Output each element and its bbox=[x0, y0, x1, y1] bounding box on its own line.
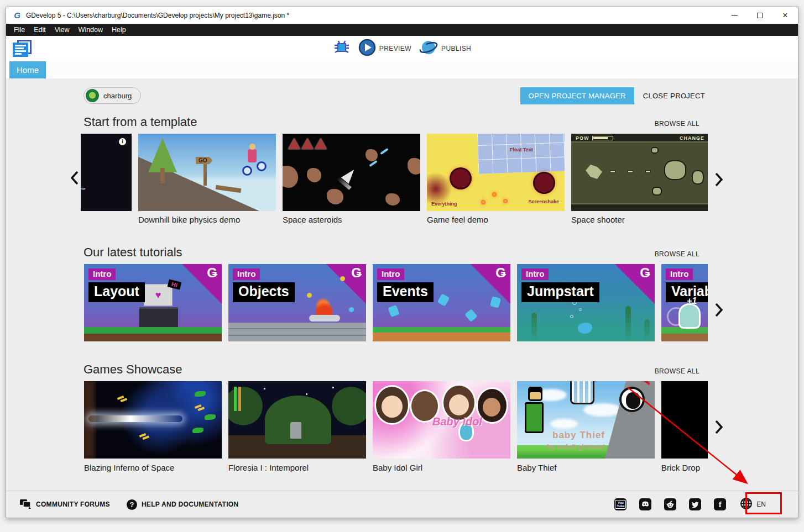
chibi-face bbox=[449, 394, 469, 415]
help-documentation-button[interactable]: ? HELP AND DOCUMENTATION bbox=[126, 497, 240, 512]
templates-captions: Downhill bike physics demo Space asteroi… bbox=[81, 215, 709, 227]
tab-home[interactable]: Home bbox=[9, 61, 46, 78]
bullet bbox=[645, 170, 651, 173]
showcase-card-blazing-inferno[interactable] bbox=[84, 381, 222, 459]
footer-right: YouTube bbox=[614, 496, 767, 513]
showcase-card-brick-drop[interactable] bbox=[661, 381, 708, 459]
home-tab-label: Home bbox=[17, 65, 39, 75]
enemy-fish bbox=[195, 391, 206, 397]
health-bar bbox=[234, 387, 237, 411]
community-forums-button[interactable]: COMMUNITY FORUMS bbox=[18, 497, 111, 513]
templates-browse-all[interactable]: BROWSE ALL bbox=[654, 118, 701, 130]
community-forums-label: COMMUNITY FORUMS bbox=[36, 501, 110, 508]
tutorials-strip: Ǥ Intro Layout ♥ Hi Ǥ Intro Objects bbox=[81, 264, 708, 341]
menu-help[interactable]: Help bbox=[107, 26, 130, 34]
app-window: G GDevelop 5 - C:\Users\charburg\Documen… bbox=[6, 7, 798, 518]
caption-baby-idol-girl[interactable]: Baby Idol Girl bbox=[373, 463, 510, 475]
template-card-downhill-bike[interactable]: GO bbox=[138, 134, 276, 211]
templates-next-arrow[interactable] bbox=[713, 171, 725, 188]
splatter bbox=[427, 172, 452, 206]
user-chip[interactable]: charburg bbox=[83, 87, 141, 104]
publish-button[interactable]: PUBLISH bbox=[419, 39, 471, 59]
star bbox=[332, 387, 334, 388]
template-card-particle-effects[interactable]: i Show Frame ▷✦▢ bbox=[81, 134, 132, 211]
tutorial-card-variables[interactable]: Ǥ Intro Variab +1 bbox=[661, 264, 708, 341]
menu-edit[interactable]: Edit bbox=[29, 26, 50, 34]
language-button[interactable]: EN bbox=[739, 496, 767, 513]
showcase-card-floresia[interactable] bbox=[228, 381, 366, 459]
menu-file[interactable]: File bbox=[9, 26, 29, 34]
main-toolbar: PREVIEW PUBLISH bbox=[6, 36, 798, 61]
close-button[interactable]: × bbox=[772, 7, 798, 24]
title-bar: G GDevelop 5 - C:\Users\charburg\Documen… bbox=[6, 7, 798, 24]
caption-downhill-bike[interactable]: Downhill bike physics demo bbox=[138, 215, 276, 227]
projectile bbox=[139, 433, 147, 438]
user-avatar bbox=[86, 89, 99, 102]
showcase-browse-all[interactable]: BROWSE ALL bbox=[654, 365, 701, 377]
discord-icon[interactable] bbox=[639, 498, 651, 510]
minimize-button[interactable] bbox=[722, 7, 747, 24]
gdevelop-corner-logo-icon: Ǥ bbox=[351, 265, 362, 281]
caption-spacer bbox=[6, 215, 132, 227]
tutorial-card-jumpstart[interactable]: Ǥ Intro Jumpstart bbox=[517, 264, 655, 341]
showcase-card-baby-thief[interactable]: baby Thief by mahdi ghasemi bbox=[517, 381, 655, 459]
twitter-icon[interactable] bbox=[689, 498, 701, 510]
bubble bbox=[570, 315, 573, 318]
showcase-next-arrow[interactable] bbox=[713, 419, 725, 435]
reddit-icon[interactable] bbox=[664, 498, 676, 510]
maximize-button[interactable] bbox=[747, 7, 772, 24]
menu-view[interactable]: View bbox=[50, 26, 74, 34]
preview-button[interactable]: PREVIEW bbox=[358, 39, 411, 59]
template-card-game-feel[interactable]: Float Text Screenshake Everything bbox=[427, 134, 565, 211]
asteroid bbox=[385, 193, 400, 206]
showcase-section-head: Games Showcase BROWSE ALL bbox=[83, 362, 701, 379]
projectile bbox=[117, 396, 124, 400]
tutorials-browse-all[interactable]: BROWSE ALL bbox=[654, 248, 701, 260]
enemy-fish bbox=[205, 414, 216, 420]
open-project-manager-button[interactable]: OPEN PROJECT MANAGER bbox=[520, 87, 634, 104]
caption-brick-drop[interactable]: Brick Drop bbox=[661, 463, 798, 475]
caption-space-shooter[interactable]: Space shooter bbox=[571, 215, 709, 227]
life-icon bbox=[288, 138, 300, 149]
debugger-icon[interactable] bbox=[333, 39, 351, 59]
campfire bbox=[316, 296, 332, 317]
close-project-button[interactable]: CLOSE PROJECT bbox=[642, 88, 706, 103]
enemy-orb bbox=[451, 169, 470, 188]
float-text-label: Float Text bbox=[510, 147, 533, 152]
tutorials-next-arrow[interactable] bbox=[713, 302, 725, 318]
fire-stones bbox=[309, 315, 340, 322]
info-icon: i bbox=[119, 138, 126, 145]
facebook-icon[interactable]: f bbox=[714, 498, 726, 510]
tutorial-card-events[interactable]: Ǥ Intro Events bbox=[373, 264, 510, 341]
green-character-head bbox=[528, 387, 542, 401]
templates-prev-arrow[interactable] bbox=[69, 170, 81, 186]
youtube-icon[interactable]: YouTube bbox=[614, 498, 627, 510]
caption-blazing-inferno[interactable]: Blazing Inferno of Space bbox=[84, 463, 222, 475]
menu-window[interactable]: Window bbox=[74, 26, 107, 34]
green-character bbox=[525, 402, 544, 433]
tutorial-card-layout[interactable]: Ǥ Intro Layout ♥ Hi bbox=[84, 264, 222, 341]
enemy-orb bbox=[535, 173, 554, 192]
projectile bbox=[195, 404, 202, 409]
showcase-card-baby-idol-girl[interactable]: Baby idol bbox=[373, 381, 510, 459]
life-icon bbox=[301, 138, 314, 149]
pow-bar bbox=[592, 136, 613, 140]
door bbox=[290, 422, 301, 439]
template-card-space-shooter[interactable]: POW CHANGE bbox=[571, 134, 708, 211]
baby-cage bbox=[570, 381, 594, 404]
caption-baby-thief[interactable]: Baby Thief bbox=[517, 463, 655, 475]
showcase-title: Games Showcase bbox=[83, 362, 182, 377]
tutorials-title: Our latest tutorials bbox=[83, 245, 182, 260]
spark bbox=[492, 192, 497, 197]
pow-label: POW bbox=[576, 135, 589, 141]
caption-floresia[interactable]: Floresia I : Intemporel bbox=[228, 463, 366, 475]
template-card-space-asteroids[interactable] bbox=[283, 134, 420, 211]
templates-title: Start from a template bbox=[83, 115, 197, 129]
caption-game-feel[interactable]: Game feel demo bbox=[427, 215, 565, 227]
caption-space-asteroids[interactable]: Space asteroids bbox=[283, 215, 420, 227]
footer-bar: COMMUNITY FORUMS ? HELP AND DOCUMENTATIO… bbox=[6, 491, 798, 518]
gdevelop-corner-logo-icon: Ǥ bbox=[207, 265, 217, 281]
home-page: charburg OPEN PROJECT MANAGER CLOSE PROJ… bbox=[6, 78, 798, 491]
tutorial-card-objects[interactable]: Ǥ Intro Objects bbox=[228, 264, 366, 341]
intro-badge: Intro bbox=[666, 268, 693, 280]
